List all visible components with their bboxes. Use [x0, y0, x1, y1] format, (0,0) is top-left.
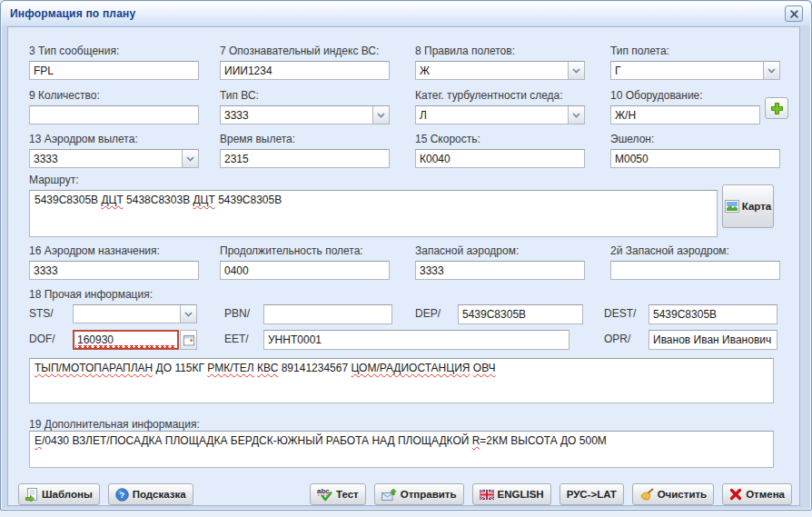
eet-input[interactable]	[263, 330, 569, 350]
flight-type-input[interactable]	[611, 62, 763, 79]
duration-input[interactable]	[220, 261, 390, 280]
wake-turbulence-combo[interactable]	[415, 105, 585, 124]
departure-time-input[interactable]	[220, 149, 390, 168]
field-sts	[73, 304, 197, 324]
text-part: 89141234567	[278, 362, 351, 374]
window-title: Информация по плану	[10, 7, 135, 20]
field-second-alternate-aerodrome: 2й Запасной аэродром:	[610, 242, 780, 280]
send-button-label: Отправить	[401, 489, 457, 500]
text-part: ОВЧ	[473, 362, 496, 374]
close-button[interactable]	[785, 5, 803, 22]
message-type-label: 3 Тип сообщения:	[29, 45, 119, 57]
aircraft-id-label: 7 Опознавательный индекс ВС:	[220, 45, 379, 57]
rus-to-lat-button[interactable]: РУС->LAT	[559, 483, 624, 505]
chevron-down-icon[interactable]	[372, 106, 389, 124]
flight-rules-input[interactable]	[416, 62, 568, 79]
send-button[interactable]: Отправить	[374, 483, 464, 505]
dof-label: DOF/	[29, 333, 55, 345]
text-part: ЦОМ/РАДИОСТАНЦИЯ	[351, 362, 470, 374]
aircraft-id-input[interactable]	[220, 61, 390, 80]
sts-combo[interactable]	[73, 304, 197, 323]
route-label: Маршрут:	[29, 174, 78, 186]
departure-aerodrome-label: 13 Аэродром вылета:	[29, 133, 138, 145]
field-flight-type: Тип полета:	[610, 42, 780, 80]
dep-label: DEP/	[415, 307, 441, 320]
eet-label: EET/	[224, 333, 249, 345]
sts-label: STS/	[29, 307, 54, 320]
add-equipment-button[interactable]	[765, 97, 788, 119]
duration-label: Продолжительность полета:	[220, 244, 363, 257]
dest-input[interactable]	[649, 304, 777, 324]
pbn-input[interactable]	[263, 304, 392, 324]
map-button-label: Карта	[742, 201, 771, 212]
destination-aerodrome-label: 16 Аэродром назначения:	[29, 244, 160, 257]
field-flight-rules: 8 Правила полетов:	[415, 42, 585, 80]
equipment-input[interactable]	[610, 105, 760, 124]
chevron-down-icon[interactable]	[180, 305, 196, 323]
dof-input[interactable]: 160930	[73, 330, 179, 350]
level-label: Эшелон:	[610, 133, 654, 145]
destination-aerodrome-input[interactable]	[29, 261, 199, 280]
text-part: РМК/ТЕЛ	[207, 362, 253, 374]
chevron-down-icon[interactable]	[182, 150, 198, 167]
field-speed: 15 Скорость:	[415, 130, 585, 168]
departure-aerodrome-combo[interactable]	[29, 149, 199, 168]
field-departure-time: Время вылета:	[220, 130, 390, 168]
field-route: Маршрут: 5439С8305В ДЦТ 5438С8303В ДЦТ 5…	[29, 171, 718, 237]
aircraft-type-input[interactable]	[221, 106, 372, 124]
text-part: 5439С8305В	[215, 194, 282, 206]
dep-input[interactable]	[458, 304, 583, 324]
chevron-down-icon[interactable]	[763, 62, 779, 79]
field-aircraft-type: Тип ВС:	[220, 86, 390, 124]
flight-type-combo[interactable]	[610, 61, 780, 80]
chevron-down-icon[interactable]	[568, 62, 584, 79]
field-aircraft-id: 7 Опознавательный индекс ВС:	[220, 42, 390, 80]
alternate-aerodrome-input[interactable]	[415, 261, 585, 280]
cancel-button[interactable]: Отмена	[722, 483, 792, 505]
field-destination-aerodrome: 16 Аэродром назначения:	[29, 242, 199, 280]
field-number: 9 Количество:	[29, 86, 199, 124]
dest-label: DEST/	[604, 307, 636, 320]
field-level: Эшелон:	[610, 130, 780, 168]
aircraft-type-combo[interactable]	[220, 105, 390, 124]
dof-value: 160930	[77, 333, 114, 346]
other-information-textarea[interactable]: ТЫП/МОТОПАРАПЛАН ДО 115КГ РМК/ТЕЛ КВС 89…	[29, 358, 774, 403]
second-alternate-aerodrome-input[interactable]	[610, 261, 780, 280]
message-type-input[interactable]	[29, 61, 199, 80]
rus-to-lat-button-label: РУС->LAT	[567, 489, 617, 500]
sts-input[interactable]	[74, 305, 180, 323]
date-picker-button[interactable]	[180, 330, 197, 350]
uk-flag-icon	[480, 490, 494, 500]
departure-aerodrome-input[interactable]	[30, 150, 182, 167]
number-input[interactable]	[29, 105, 199, 124]
clear-button[interactable]: Очистить	[632, 483, 715, 505]
text-part: /0430 ВЗЛЕТ/ПОСАДКА ПЛОЩАДКА БЕРДСК-ЮЖНЫ…	[42, 434, 472, 447]
cancel-button-label: Отмена	[746, 489, 785, 500]
route-textarea[interactable]: 5439С8305В ДЦТ 5438С8303В ДЦТ 5439С8305В	[29, 190, 718, 237]
text-part: Е	[35, 434, 42, 447]
alternate-aerodrome-label: Запасной аэродром:	[415, 244, 519, 257]
level-input[interactable]	[610, 149, 780, 168]
departure-time-label: Время вылета:	[220, 133, 295, 145]
speed-input[interactable]	[415, 149, 585, 168]
additional-information-textarea[interactable]: Е/0430 ВЗЛЕТ/ПОСАДКА ПЛОЩАДКА БЕРДСК-ЮЖН…	[29, 431, 774, 468]
additional-information-label: 19 Дополнительная информация:	[29, 418, 200, 431]
chevron-down-icon[interactable]	[568, 106, 584, 124]
map-icon	[725, 200, 739, 213]
opr-input[interactable]	[649, 330, 777, 350]
template-document-icon	[25, 488, 38, 502]
wake-turbulence-input[interactable]	[416, 106, 568, 124]
test-button[interactable]: abc Тест	[310, 483, 366, 505]
english-button[interactable]: ENGLISH	[472, 483, 551, 505]
flight-plan-window: Информация по плану 3 Тип сообщения: 7 О…	[0, 0, 812, 511]
broom-icon	[639, 488, 654, 502]
opr-label: OPR/	[604, 333, 630, 345]
hint-button[interactable]: ? Подсказка	[108, 483, 193, 505]
templates-button[interactable]: Шаблоны	[18, 483, 100, 505]
text-part: 5438С8303В	[124, 194, 193, 206]
field-dof: 160930	[73, 330, 197, 350]
flight-rules-label: 8 Правила полетов:	[415, 45, 515, 57]
titlebar: Информация по плану	[2, 2, 810, 25]
map-button[interactable]: Карта	[722, 184, 774, 228]
flight-rules-combo[interactable]	[415, 61, 585, 80]
